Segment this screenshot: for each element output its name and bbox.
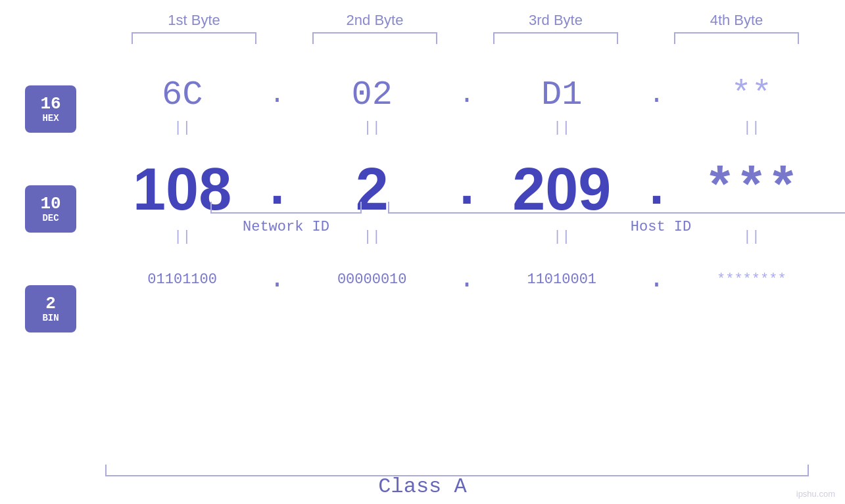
bin-dot-1: . [264, 265, 290, 294]
hex-cell-1: 6C [110, 76, 254, 114]
hex-badge: 16 HEX [25, 85, 76, 133]
bin-badge: 2 BIN [25, 285, 76, 332]
hex-value-1: 6C [162, 76, 203, 114]
bin-value-2: 00000010 [337, 271, 407, 288]
bin-value-3: 11010001 [527, 271, 596, 288]
bin-cell-1: 01101100 [110, 271, 254, 288]
hex-name: HEX [42, 113, 59, 124]
hex-cell-4: ** [679, 76, 824, 114]
bin-value-4: ******** [717, 271, 786, 288]
main-container: 1st Byte 2nd Byte 3rd Byte 4th Byte 16 H… [0, 0, 845, 504]
bin-dot-3: . [644, 265, 670, 294]
bin-row: 01101100 . 00000010 . 11010001 . *******… [105, 265, 829, 294]
eq-1-4: || [679, 120, 824, 136]
hex-value-4: ** [731, 76, 772, 114]
bracket-host [388, 202, 845, 214]
bin-value-1: 01101100 [147, 271, 217, 288]
content-area: 6C . 02 . D1 . ** || || || || [105, 62, 832, 294]
byte-headers-row: 1st Byte 2nd Byte 3rd Byte 4th Byte [104, 12, 827, 29]
eq-1-3: || [489, 120, 634, 136]
eq-sp-1 [264, 120, 290, 136]
dec-number: 10 [40, 195, 60, 214]
hex-dot-3: . [644, 80, 670, 110]
bin-cell-4: ******** [679, 271, 824, 288]
hex-number: 16 [40, 95, 60, 114]
host-id-label: Host ID [388, 219, 845, 235]
bracket-byte-2 [312, 32, 437, 44]
eq-1-2: || [300, 120, 445, 136]
byte-header-3: 3rd Byte [483, 12, 628, 29]
eq-1-1: || [110, 120, 254, 136]
class-label: Class A [0, 474, 845, 499]
bracket-byte-1 [132, 32, 256, 44]
bin-name: BIN [42, 313, 59, 323]
hex-dot-1: . [264, 80, 290, 110]
hex-value-2: 02 [351, 76, 392, 114]
bracket-network [210, 202, 362, 214]
equals-row-1: || || || || [105, 120, 829, 136]
top-bracket-row [104, 32, 827, 44]
byte-header-2: 2nd Byte [302, 12, 447, 29]
byte-header-1: 1st Byte [122, 12, 266, 29]
bin-dot-2: . [454, 265, 480, 294]
hex-value-3: D1 [541, 76, 582, 114]
dec-name: DEC [42, 213, 59, 223]
bin-cell-3: 11010001 [489, 271, 634, 288]
bottom-brackets [210, 202, 845, 214]
base-labels: 16 HEX 10 DEC 2 BIN [25, 85, 76, 332]
bin-cell-2: 00000010 [300, 271, 445, 288]
hex-cell-3: D1 [489, 76, 634, 114]
eq-sp-2 [454, 120, 480, 136]
bracket-byte-3 [493, 32, 618, 44]
id-label-row: Network ID Host ID [210, 214, 845, 235]
hex-row: 6C . 02 . D1 . ** [105, 76, 829, 114]
bin-number: 2 [45, 294, 56, 313]
hex-cell-2: 02 [300, 76, 445, 114]
bracket-byte-4 [674, 32, 799, 44]
dec-badge: 10 DEC [25, 185, 76, 233]
network-id-label: Network ID [210, 219, 362, 235]
watermark: ipshu.com [796, 489, 835, 499]
byte-header-4: 4th Byte [664, 12, 809, 29]
bottom-section: Network ID Host ID [210, 202, 845, 235]
eq-sp-3 [644, 120, 670, 136]
hex-dot-2: . [454, 80, 480, 110]
